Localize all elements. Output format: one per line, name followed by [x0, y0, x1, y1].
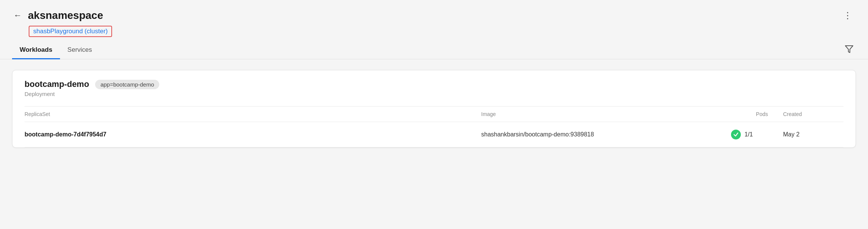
cell-image: shashankbarsin/bootcamp-demo:9389818 — [481, 122, 708, 147]
tabs: Workloads Services — [12, 42, 100, 59]
cluster-badge-wrapper: shasbPlayground (cluster) — [12, 24, 856, 37]
tag-badge: app=bootcamp-demo — [95, 80, 159, 89]
page-title: aksnamespace — [28, 9, 103, 22]
filter-icon[interactable] — [842, 42, 856, 58]
col-image: Image — [481, 107, 708, 122]
tab-workloads[interactable]: Workloads — [12, 42, 60, 59]
tab-services[interactable]: Services — [60, 42, 100, 59]
header: ← aksnamespace ⋮ shasbPlayground (cluste… — [0, 0, 868, 37]
deployment-type: Deployment — [25, 91, 843, 97]
table-header: ReplicaSet Image Pods Created — [25, 107, 843, 122]
deployment-header: bootcamp-demo app=bootcamp-demo — [25, 79, 843, 89]
cell-pods: 1/1 — [708, 122, 783, 147]
main-content: bootcamp-demo app=bootcamp-demo Deployme… — [0, 59, 868, 229]
svg-marker-0 — [845, 46, 853, 53]
pods-count: 1/1 — [745, 131, 753, 138]
pods-cell: 1/1 — [708, 130, 768, 139]
more-menu-button[interactable]: ⋮ — [839, 9, 856, 22]
table-body: bootcamp-demo-7d4f7954d7 shashankbarsin/… — [25, 122, 843, 147]
table-row: bootcamp-demo-7d4f7954d7 shashankbarsin/… — [25, 122, 843, 147]
col-pods: Pods — [708, 107, 783, 122]
cell-created: May 2 — [783, 122, 843, 147]
cell-replicaset: bootcamp-demo-7d4f7954d7 — [25, 122, 481, 147]
header-left: ← aksnamespace — [12, 9, 103, 22]
col-created: Created — [783, 107, 843, 122]
deployment-name: bootcamp-demo — [25, 79, 89, 89]
table-header-row: ReplicaSet Image Pods Created — [25, 107, 843, 122]
created-value: May 2 — [783, 131, 800, 138]
pods-status-icon — [731, 130, 741, 139]
col-replicaset: ReplicaSet — [25, 107, 481, 122]
tabs-bar: Workloads Services — [0, 42, 868, 59]
page-container: ← aksnamespace ⋮ shasbPlayground (cluste… — [0, 0, 868, 229]
back-button[interactable]: ← — [12, 9, 23, 22]
header-top: ← aksnamespace ⋮ — [12, 9, 856, 22]
cluster-badge[interactable]: shasbPlayground (cluster) — [29, 26, 112, 37]
workloads-table: ReplicaSet Image Pods Created bootcamp-d… — [25, 106, 843, 147]
deployment-card: bootcamp-demo app=bootcamp-demo Deployme… — [12, 70, 856, 148]
